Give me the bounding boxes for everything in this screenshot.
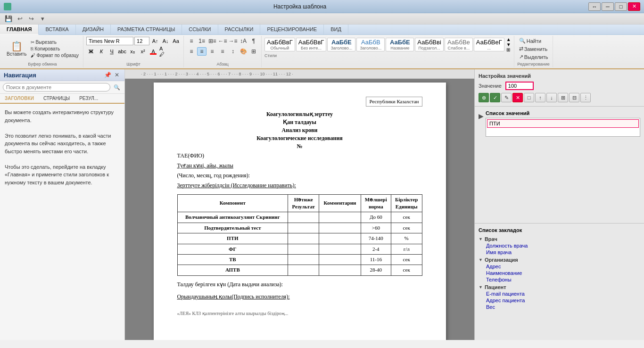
grid2-button[interactable]: ⊟ — [569, 93, 579, 102]
style-title[interactable]: АаБбЕ Название — [386, 38, 414, 51]
bookmark-item-patient-email[interactable]: E-mail пациента — [486, 290, 640, 297]
tab-references[interactable]: ССЫЛКИ — [182, 25, 218, 34]
justify-button[interactable]: ≡ — [218, 47, 227, 56]
bookmark-item-patient-weight[interactable]: Вес — [486, 304, 640, 310]
cell-units-0: сек — [391, 212, 422, 223]
shading-button[interactable]: 🎨 — [239, 47, 248, 56]
font-color-button[interactable]: A — [149, 47, 158, 56]
bold-button[interactable]: Ж — [86, 47, 96, 56]
nav-tab-pages[interactable]: СТРАНИЦЫ — [39, 94, 74, 104]
tab-review[interactable]: РЕЦЕНЗИРОВАНИЕ — [260, 25, 324, 34]
add-value-button[interactable]: ⊕ — [479, 93, 489, 102]
cell-component-4: ТВ — [177, 254, 288, 265]
underline-button[interactable]: Ч — [107, 47, 116, 56]
bookmark-item-patient-address[interactable]: Адрес пациента — [486, 297, 640, 304]
style-heading2[interactable]: АаБбВ Заголово... — [356, 38, 385, 51]
strikethrough-button[interactable]: abc — [117, 47, 127, 56]
line-spacing-button[interactable]: ↕ — [228, 47, 238, 56]
list-row: ≡ 1≡ ⊞≡ ←≡ →≡ ↕A ¶ — [187, 37, 258, 45]
bookmark-group-patient-header[interactable]: ▼ Пациент — [479, 284, 640, 290]
bookmark-item-phones[interactable]: Телефоны — [486, 276, 640, 283]
more-button[interactable]: ⋮ — [580, 93, 591, 102]
move-up-button[interactable]: ↑ — [535, 93, 545, 102]
search-icon[interactable]: 🔍 — [112, 83, 122, 91]
undo-button[interactable]: ↩ — [15, 15, 25, 23]
nav-pin-button[interactable]: 📌 — [104, 71, 111, 79]
maximize-button[interactable]: □ — [615, 2, 627, 11]
find-button[interactable]: 🔍 Найти — [517, 37, 543, 45]
tab-home[interactable]: ГЛАВНАЯ — [0, 25, 39, 35]
clear-value-button[interactable]: □ — [524, 93, 534, 102]
nav-search-area: 🔍 — [0, 81, 124, 94]
values-list-item[interactable]: ПТИ — [487, 119, 639, 128]
superscript-button[interactable]: x² — [138, 47, 148, 56]
bookmark-item-doctor-name[interactable]: Имя врача — [486, 249, 640, 256]
align-center-button[interactable]: ≡ — [197, 47, 206, 56]
subscript-button[interactable]: x₂ — [128, 47, 137, 56]
borders-button[interactable]: ⊞ — [249, 47, 258, 56]
style-subtitle[interactable]: АаБбВві Подзагол... — [415, 38, 444, 51]
confirm-value-button[interactable]: ✓ — [490, 93, 500, 102]
style-heading1[interactable]: АаБбЕ Заголово... — [327, 38, 355, 51]
toolbar-arrow-icon[interactable]: ▾ — [38, 15, 47, 23]
align-right-button[interactable]: ≡ — [207, 47, 217, 56]
save-button[interactable]: 💾 — [4, 15, 13, 23]
numbered-list-button[interactable]: 1≡ — [197, 37, 206, 45]
tab-insert[interactable]: ВСТАВКА — [39, 25, 75, 34]
bookmark-doctor-label: Врач — [485, 236, 497, 242]
bookmark-group-doctor-header[interactable]: ▼ Врач — [479, 236, 640, 242]
cut-button[interactable]: ✂ Вырезать — [29, 39, 80, 45]
styles-expand[interactable]: ⊞ — [506, 47, 511, 52]
font-name-input[interactable] — [86, 37, 133, 45]
expand-icon[interactable]: ↔ — [588, 2, 601, 11]
tab-view[interactable]: ВИД — [324, 25, 348, 34]
nav-close-button[interactable]: ✕ — [113, 71, 121, 79]
copy-button[interactable]: ⎘ Копировать — [29, 46, 80, 52]
bullet-list-button[interactable]: ≡ — [187, 37, 196, 45]
close-button[interactable]: ✕ — [628, 2, 640, 11]
search-input[interactable] — [3, 83, 110, 91]
style-normal[interactable]: АаБбВвГ Обычный — [264, 38, 295, 51]
bookmark-item-doctor-role[interactable]: Должность врача — [486, 242, 640, 249]
tab-layout[interactable]: РАЗМЕТКА СТРАНИЦЫ — [111, 25, 182, 34]
move-down-button[interactable]: ↓ — [546, 93, 557, 102]
edit-value-button[interactable]: ✎ — [501, 93, 512, 102]
highlight-button[interactable]: A🖊 — [159, 47, 168, 56]
nav-tab-results[interactable]: РЕЗУЛ... — [74, 94, 103, 104]
font-name-row: A↑ A↓ Aa — [86, 37, 181, 45]
format-painter-button[interactable]: 🖌 Формат по образцу — [29, 52, 80, 58]
tab-design[interactable]: ДИЗАЙН — [76, 25, 111, 34]
tab-mailings[interactable]: РАССЫЛКИ — [218, 25, 261, 34]
list-expand-icon[interactable]: ▶ — [479, 112, 484, 120]
style-more[interactable]: АаБбВеГ ... — [474, 38, 504, 51]
sort-button[interactable]: ↕A — [239, 37, 248, 45]
redo-button[interactable]: ↪ — [26, 15, 36, 23]
styles-scroll[interactable]: ▲ ▼ ⊞ — [506, 37, 511, 52]
align-left-button[interactable]: ≡ — [187, 47, 196, 56]
multilevel-list-button[interactable]: ⊞≡ — [207, 37, 217, 45]
increase-font-button[interactable]: A↑ — [150, 37, 160, 45]
clear-format-button[interactable]: Aa — [171, 37, 181, 45]
font-size-input[interactable] — [134, 37, 149, 45]
bookmark-group-org-header[interactable]: ▼ Организация — [479, 257, 640, 263]
bookmark-item-name[interactable]: Наименование — [486, 270, 640, 276]
styles-scroll-down[interactable]: ▼ — [506, 42, 511, 47]
nav-tab-headings[interactable]: ЗАГОЛОВКИ — [0, 94, 39, 104]
bookmark-item-address[interactable]: Адрес — [486, 263, 640, 270]
italic-button[interactable]: К — [97, 47, 106, 56]
increase-indent-button[interactable]: →≡ — [228, 37, 238, 45]
delete-value-button[interactable]: ✕ — [512, 93, 523, 102]
document-area[interactable]: Республики Казахстан Коагулологиялық зер… — [125, 79, 474, 340]
replace-button[interactable]: ⇄ Заменить — [517, 45, 549, 53]
value-input[interactable] — [505, 82, 534, 90]
decrease-font-button[interactable]: A↓ — [161, 37, 170, 45]
show-marks-button[interactable]: ¶ — [249, 37, 258, 45]
grid1-button[interactable]: ⊞ — [558, 93, 568, 102]
style-subtle[interactable]: АаБбВе Слабое в... — [445, 38, 473, 51]
select-button[interactable]: ↗ Выделить — [517, 53, 550, 61]
styles-scroll-up[interactable]: ▲ — [506, 37, 511, 42]
style-no-spacing[interactable]: АаБбВвГ Без инте... — [296, 38, 327, 51]
decrease-indent-button[interactable]: ←≡ — [218, 37, 227, 45]
paste-button[interactable]: 📋 Вставить — [5, 41, 28, 58]
minimize-button[interactable]: ─ — [602, 2, 614, 11]
